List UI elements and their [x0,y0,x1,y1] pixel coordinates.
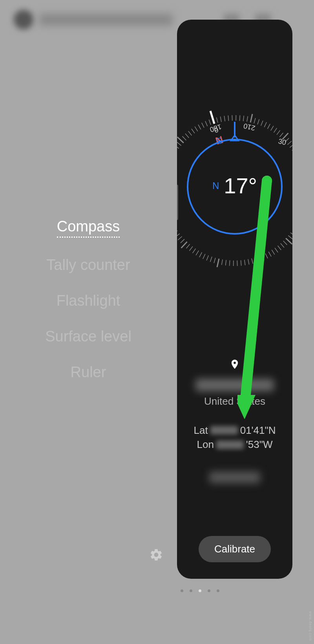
svg-line-4 [227,116,230,121]
background-header-text [39,14,173,26]
svg-line-65 [236,261,239,266]
svg-line-61 [251,259,253,264]
settings-icon[interactable] [149,548,163,563]
svg-line-49 [288,235,292,240]
svg-line-57 [265,253,268,259]
svg-line-79 [185,244,190,248]
lon-redacted [216,440,244,449]
location-extra-redacted [209,472,260,483]
svg-line-78 [188,246,194,251]
tool-list: Compass Tally counter Flashlight Surface… [0,218,177,400]
page-dot[interactable] [208,589,210,592]
svg-line-67 [228,261,232,266]
tool-item-ruler[interactable]: Ruler [0,364,177,381]
svg-line-56 [268,251,271,257]
lon-suffix: '53"W [246,437,273,451]
svg-line-71 [213,258,217,263]
calibrate-button[interactable]: Calibrate [199,536,271,562]
lat-label: Lat [194,423,208,437]
svg-line-84 [177,231,178,234]
svg-line-53 [278,245,281,251]
compass-heading: N17° [177,173,292,198]
svg-line-66 [232,261,235,266]
svg-line-69 [220,259,224,265]
svg-line-63 [244,260,246,265]
location-pin-icon [177,358,292,372]
svg-line-75 [198,252,203,257]
page-dot[interactable] [181,589,183,592]
svg-line-64 [240,260,243,266]
location-city-redacted [195,379,274,391]
background-avatar [14,10,33,29]
svg-line-9 [245,116,249,122]
svg-line-62 [248,259,250,265]
svg-line-83 [177,234,180,237]
lat-redacted [210,426,238,435]
location-country: United States [177,395,292,407]
heading-cardinal: N [212,180,219,191]
svg-line-55 [272,250,274,255]
svg-line-73 [205,255,210,261]
svg-line-77 [192,249,197,253]
svg-line-109 [177,141,181,146]
svg-line-74 [202,254,206,259]
watermark: www.deuiq.com [309,611,312,641]
page-dot-active[interactable] [199,589,201,592]
svg-line-23 [289,144,292,148]
svg-line-8 [242,116,245,121]
svg-line-48 [290,232,292,237]
page-dot[interactable] [190,589,192,592]
svg-line-58 [262,255,264,260]
svg-line-60 [255,257,257,266]
svg-line-24 [292,147,292,150]
heading-degrees: 17° [224,173,257,198]
lon-label: Lon [197,437,214,451]
pagination-dots [181,589,219,592]
compass-panel: 0 30 N S 180 210 N17° United States Lat … [177,20,292,579]
svg-line-7 [238,115,242,121]
svg-line-52 [281,243,284,248]
tool-item-surface-level[interactable]: Surface level [0,328,177,345]
svg-line-54 [275,248,278,253]
svg-line-108 [177,144,179,149]
svg-line-72 [209,257,213,262]
svg-line-5 [231,115,234,121]
svg-line-2 [220,117,222,122]
tool-item-compass[interactable]: Compass [57,218,120,238]
svg-line-6 [234,115,237,121]
svg-line-70 [215,259,221,267]
svg-line-22 [287,141,292,145]
svg-line-51 [283,240,287,246]
svg-line-10 [248,114,254,122]
svg-line-68 [224,260,228,266]
lat-suffix: 01'41"N [240,423,276,437]
svg-line-82 [177,237,183,240]
svg-line-59 [259,256,261,262]
tool-item-flashlight[interactable]: Flashlight [0,292,177,309]
svg-line-81 [180,239,185,243]
tool-item-tally-counter[interactable]: Tally counter [0,257,177,273]
coordinates: Lat 01'41"N Lon '53"W [177,423,292,452]
svg-line-76 [195,251,200,255]
svg-line-3 [223,116,226,121]
page-dot[interactable] [217,589,219,592]
location-section: United States Lat 01'41"N Lon '53"W [177,358,292,483]
